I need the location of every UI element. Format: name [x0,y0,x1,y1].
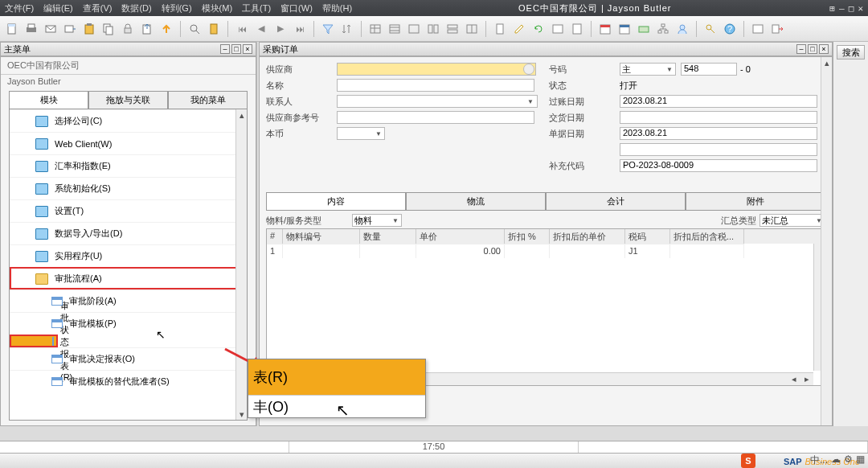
tb-key-icon[interactable] [703,22,718,36]
number-series-select[interactable]: 主▼ [620,63,676,76]
text-input[interactable] [337,63,536,76]
grid-cell[interactable] [505,244,550,258]
sys-icon[interactable]: ⊞ [829,3,835,14]
dock-close-icon[interactable]: × [243,44,252,54]
tb-refresh-icon[interactable] [531,22,546,36]
tray-cloud-icon[interactable]: ☁ [831,454,841,467]
tb-doc-icon[interactable] [493,22,507,36]
grid-left-select[interactable]: 物料▼ [352,214,402,227]
menu-help[interactable]: 帮助(H) [322,2,352,14]
menu-tools[interactable]: 工具(T) [242,2,271,14]
tb-help-icon[interactable]: ? [723,22,737,36]
tb-last-icon[interactable]: ⏭ [293,22,307,36]
menu-edit[interactable]: 编辑(E) [43,2,73,14]
tree-node[interactable]: 选择公司(C) [10,109,247,132]
tb-grid5-icon[interactable] [445,22,460,36]
docnum-input[interactable]: 548 [681,63,737,76]
tb-paste-icon[interactable] [82,22,96,36]
tab-accounting[interactable]: 会计 [546,192,686,211]
scroll-down-icon[interactable]: ▾ [236,408,247,420]
tab-logistics[interactable]: 物流 [406,192,546,211]
tree-node[interactable]: 审批状态报表(R) [10,335,58,347]
tab-dragdrop[interactable]: 拖放与关联 [88,91,168,109]
tb-first-icon[interactable]: ⏮ [235,22,249,36]
text-input[interactable]: PO-2023-08-0009 [620,159,817,172]
tb-grid3-icon[interactable] [407,22,421,36]
text-input[interactable] [337,95,538,108]
grid-column-header[interactable]: 单价 [416,229,505,244]
scroll-left-icon[interactable]: ◂ [788,374,800,384]
menu-goto[interactable]: 转到(G) [162,2,192,14]
tb-tag-icon[interactable] [551,22,565,36]
grid-column-header[interactable]: # [267,229,283,244]
tab-mymenu[interactable]: 我的菜单 [168,91,248,109]
menu-module[interactable]: 模块(M) [202,2,233,14]
tb-send-icon[interactable] [63,22,77,36]
menu-file[interactable]: 文件(F) [5,2,34,14]
form-vscroll[interactable]: ▴ [821,57,832,425]
tb-win-icon[interactable] [751,22,765,36]
tb-upload-icon[interactable] [159,22,174,36]
tb-grid2-icon[interactable] [387,22,402,36]
tree-node[interactable]: 汇率和指数(E) [10,154,247,177]
tab-content[interactable]: 内容 [266,192,406,211]
grid-row[interactable]: 10.00J1 [267,244,825,258]
form-min-icon[interactable]: – [796,44,806,54]
tb-new-icon[interactable] [5,22,19,36]
scroll-up-icon[interactable]: ▴ [236,109,247,121]
grid-column-header[interactable]: 折扣后的单价 [550,229,625,244]
scroll-right-icon[interactable]: ▸ [800,374,813,384]
menu-window[interactable]: 窗口(W) [280,2,313,14]
grid-cell[interactable] [360,244,416,258]
chevron-down-icon[interactable]: ▼ [526,97,534,105]
tree-node[interactable]: 审批阶段(A) [10,289,247,312]
grid-right-select[interactable]: 未汇总▼ [760,214,825,227]
text-input[interactable] [620,111,817,124]
tree-node[interactable]: 审批模板(P) [10,312,247,335]
tb-cal2-icon[interactable] [617,22,632,36]
grid-cell[interactable] [550,244,625,258]
tb-cal-icon[interactable] [598,22,612,36]
tb-grid6-icon[interactable] [465,22,479,36]
tb-prev-icon[interactable]: ◀ [254,22,268,36]
tree-node[interactable]: 实用程序(U) [10,244,247,267]
tb-bookmark-icon[interactable] [207,22,221,36]
dock-max-icon[interactable]: □ [231,44,241,54]
tb-lock-icon[interactable] [121,22,135,36]
tree-node[interactable]: 审批模板的替代批准者(S) [10,370,247,392]
text-input[interactable] [337,111,534,124]
tree-node[interactable]: Web Client(W) [10,132,247,154]
grid-cell[interactable] [670,244,744,258]
grid-cell[interactable]: 0.00 [416,244,505,258]
tray-gear-icon[interactable]: ⚙ [844,454,853,467]
tree-node[interactable]: 数据导入/导出(D) [10,222,247,244]
menu-view[interactable]: 查看(V) [83,2,113,14]
tree-node[interactable]: 设置(T) [10,199,247,222]
tree-node[interactable]: 系统初始化(S) [10,177,247,199]
tb-edit-icon[interactable] [512,22,526,36]
text-input[interactable] [337,79,534,92]
tb-exit-icon[interactable] [770,22,784,36]
grid-column-header[interactable]: 数量 [360,229,416,244]
grid-column-header[interactable]: 税码 [625,229,670,244]
grid-cell[interactable] [283,244,360,258]
search-button[interactable]: 搜索 [837,45,865,60]
tb-sort-icon[interactable] [340,22,354,36]
scroll-up-icon[interactable]: ▴ [821,57,832,68]
tb-cash-icon[interactable] [637,22,651,36]
tb-grid4-icon[interactable] [426,22,440,36]
maximize-icon[interactable]: □ [849,3,854,14]
currency-select[interactable]: ▼ [337,127,385,140]
tab-attach[interactable]: 附件 [686,192,825,211]
tb-export-icon[interactable] [140,22,154,36]
tb-user-icon[interactable] [675,22,690,36]
close-icon[interactable]: ✕ [858,3,863,14]
lookup-icon[interactable] [523,64,534,75]
form-max-icon[interactable]: □ [808,44,817,54]
tb-mail-icon[interactable] [43,22,58,36]
tb-org-icon[interactable] [656,22,670,36]
form-close-icon[interactable]: × [819,44,829,54]
menu-data[interactable]: 数据(D) [121,2,151,14]
tree-scrollbar[interactable]: ▴ ▾ [235,109,247,420]
text-input[interactable]: 2023.08.21 [620,95,817,108]
